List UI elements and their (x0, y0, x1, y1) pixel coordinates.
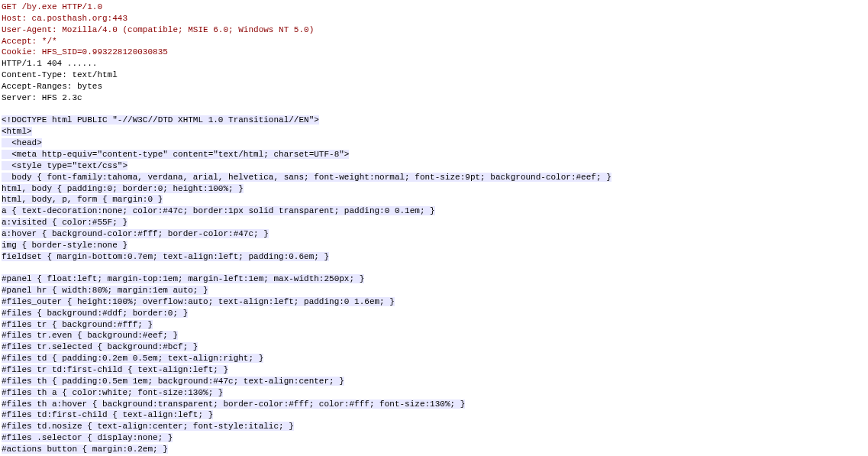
source-line: a:hover { background-color:#fff; border-… (2, 229, 269, 238)
source-line: <!DOCTYPE html PUBLIC "-//W3C//DTD XHTML… (2, 115, 319, 125)
source-line: body { font-family:tahoma, verdana, aria… (2, 173, 611, 182)
request-text: GET /by.exe HTTP/1.0 Host: ca.posthash.o… (2, 2, 314, 57)
source-line: html, body { padding:0; border:0; height… (2, 184, 244, 193)
source-line: a:visited { color:#55F; } (2, 218, 127, 227)
source-line: #files th a:hover { background:transpare… (2, 399, 465, 409)
source-line: #files tr.even { background:#eef; } (2, 331, 178, 340)
source-line: #files td { padding:0.2em 0.5em; text-al… (2, 354, 263, 363)
source-line: #actions button { margin:0.2em; } (2, 445, 168, 454)
source-line: #files td.nosize { text-align:center; fo… (2, 422, 294, 431)
source-line: <html> (2, 127, 32, 136)
http-request: GET /by.exe HTTP/1.0 Host: ca.posthash.o… (2, 2, 866, 58)
source-line: #files th { padding:0.5em 1em; backgroun… (2, 377, 344, 386)
source-line: #files tr.selected { background:#bcf; } (2, 342, 198, 351)
source-line: #panel hr { width:80%; margin:1em auto; … (2, 286, 208, 295)
source-line: #files tr td:first-child { text-align:le… (2, 365, 228, 374)
source-line: <meta http-equiv="content-type" content=… (2, 150, 349, 159)
source-line: #panel { float:left; margin-top:1em; mar… (2, 274, 364, 283)
source-line: #files .selector { display:none; } (2, 433, 173, 442)
source-line: #files tr { background:#fff; } (2, 320, 153, 329)
source-line: html, body, p, form { margin:0 } (2, 195, 163, 204)
response-text: HTTP/1.1 404 ...... Content-Type: text/h… (2, 59, 118, 102)
http-response: HTTP/1.1 404 ...... Content-Type: text/h… (2, 58, 866, 115)
source-line: #files_outer { height:100%; overflow:aut… (2, 297, 395, 306)
source-line: #files { background:#ddf; border:0; } (2, 309, 188, 318)
source-line: #files td:first-child { text-align:left;… (2, 410, 213, 419)
html-source: <!DOCTYPE html PUBLIC "-//W3C//DTD XHTML… (2, 115, 866, 456)
source-line: <head> (2, 138, 42, 147)
source-line: fieldset { margin-bottom:0.7em; text-ali… (2, 252, 329, 261)
source-line: #files th a { color:white; font-size:130… (2, 388, 223, 397)
source-line: <style type="text/css"> (2, 161, 127, 170)
source-line: a { text-decoration:none; color:#47c; bo… (2, 206, 435, 215)
source-line: img { border-style:none } (2, 241, 127, 250)
